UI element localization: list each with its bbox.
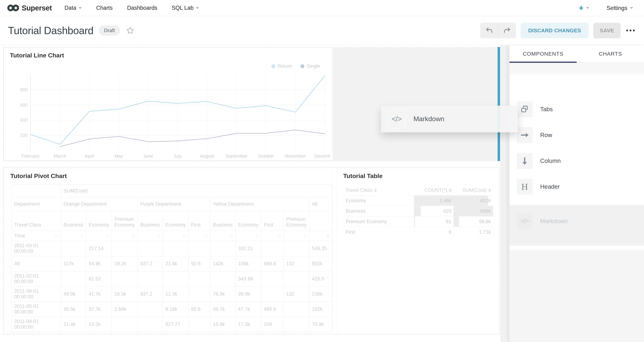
settings-menu[interactable]: Settings (606, 5, 633, 12)
drag-item-label: Markdown (414, 115, 444, 123)
grid-outer-dashed-border (506, 47, 507, 334)
nav-item-charts[interactable]: Charts (96, 5, 113, 11)
active-tab-underline (510, 62, 577, 63)
nav-item-data[interactable]: Data (64, 5, 82, 11)
chart-title: Tutorial Table (343, 172, 382, 180)
tabs-icon (520, 105, 529, 114)
superset-dashboard-editor: Superset DataChartsDashboardsSQL Lab + S… (0, 0, 644, 342)
pivot-cell: 92.6 (188, 256, 210, 271)
favorite-star-icon[interactable] (126, 26, 134, 35)
dragged-markdown-card[interactable]: </> Markdown (381, 106, 518, 132)
nav-item-sql-lab[interactable]: SQL Lab (172, 5, 199, 11)
line-chart-card[interactable]: Tutorial Line Chart ReturnSingle 2004006… (4, 48, 332, 160)
page-title[interactable]: Tutorial Dashboard (8, 24, 94, 36)
component-icon-tile (517, 101, 532, 117)
sort-icon[interactable]: ↓↑ (255, 233, 258, 238)
undo-button[interactable] (480, 23, 498, 38)
sort-icon[interactable]: ↓↑ (131, 233, 135, 238)
tab-charts[interactable]: CHARTS (577, 45, 644, 62)
pivot-chart-card[interactable]: Tutorial Pivot Chart SUM(Cost)Department… (4, 168, 332, 333)
column-header-sum-cost-[interactable]: SUM(Cost) (454, 185, 493, 196)
svg-text:600: 600 (20, 102, 28, 108)
svg-text:August: August (200, 154, 214, 158)
sort-icon[interactable]: ↓↑ (229, 233, 233, 238)
column-header-label: SUM(Cost) (462, 188, 487, 193)
pivot-cell: Economy (163, 211, 188, 231)
svg-text:September: September (226, 154, 248, 158)
pivot-cell: Time↓↑ (12, 231, 61, 241)
sidebar-item-label: Header (540, 183, 560, 190)
settings-label: Settings (606, 5, 628, 12)
redo-button[interactable] (498, 23, 516, 38)
nav-item-label: Charts (96, 5, 113, 11)
pivot-cell: 92.6 (188, 302, 210, 317)
table-chart-grid: Travel ClassCOUNT(*)SUM(Cost)Economy2.46… (344, 185, 493, 237)
pivot-cell (210, 241, 236, 256)
sidebar-item-tabs[interactable]: Tabs (517, 101, 553, 117)
pivot-cell (261, 271, 284, 286)
sidebar-item-row[interactable]: Row (517, 127, 552, 143)
column-header-travel-class[interactable]: Travel Class (344, 185, 414, 196)
column-header-count-[interactable]: COUNT(*) (414, 185, 454, 196)
sidebar-item-header[interactable]: HHeader (517, 179, 560, 195)
grid-right-gutter (500, 45, 510, 342)
pivot-cell (12, 184, 61, 197)
discard-changes-button[interactable]: DISCARD CHANGES (521, 23, 589, 38)
legend-item-single[interactable]: Single (300, 64, 320, 69)
pivot-cell: 15.9k (210, 317, 236, 332)
legend-dot-icon (300, 64, 304, 68)
pivot-cell (261, 241, 284, 256)
header-actions: DISCARD CHANGES SAVE ••• (480, 23, 636, 38)
pivot-cell (284, 302, 309, 317)
pivot-cell (112, 317, 138, 332)
pivot-cell: 425.5 (309, 271, 332, 286)
more-options-button[interactable]: ••• (626, 27, 636, 34)
tab-components[interactable]: COMPONENTS (510, 45, 577, 62)
svg-text:November: November (285, 154, 306, 158)
add-new-button[interactable]: + (579, 4, 590, 12)
markdown-icon: </> (520, 218, 529, 225)
sort-icon[interactable]: ↓↑ (55, 233, 58, 238)
sort-icon[interactable]: ↓↑ (326, 233, 330, 238)
pivot-cell (309, 211, 332, 231)
pivot-cell: ↓↑ (86, 231, 112, 241)
cell-sum: 99.8k (454, 216, 493, 227)
pivot-cell: 19.2k (112, 256, 138, 271)
svg-text:July: July (174, 154, 182, 158)
sort-icon[interactable]: ↓↑ (277, 233, 281, 238)
column-icon (521, 156, 528, 166)
row-empty-drop-area (332, 48, 498, 160)
pivot-table: SUM(Cost)DepartmentOrange DepartmentPurp… (11, 184, 332, 332)
sidebar-item-column[interactable]: Column (517, 153, 561, 169)
svg-text:May: May (114, 154, 123, 158)
pivot-cell: 81.52 (86, 271, 112, 286)
sort-icon[interactable]: ↓↑ (106, 233, 109, 238)
nav-item-label: Dashboards (127, 5, 157, 11)
sort-icon[interactable]: ↓↑ (156, 233, 160, 238)
pivot-cell: 502k (309, 256, 332, 271)
legend-label: Return (278, 64, 292, 69)
sort-icon[interactable]: ↓↑ (303, 233, 306, 238)
nav-item-dashboards[interactable]: Dashboards (127, 5, 157, 11)
plus-icon: + (579, 4, 584, 12)
brand-name: Superset (22, 4, 52, 12)
pivot-cell: 21.4k (163, 256, 188, 271)
legend-item-return[interactable]: Return (271, 64, 292, 69)
column-header-label: Travel Class (346, 188, 372, 193)
sort-icon[interactable]: ↓↑ (204, 233, 208, 238)
pivot-cell: Economy (236, 211, 261, 231)
pivot-cell: ↓↑ (163, 231, 188, 241)
sort-icon[interactable]: ↓↑ (80, 233, 83, 238)
pivot-cell (210, 271, 236, 286)
table-chart-card[interactable]: Tutorial Table Travel ClassCOUNT(*)SUM(C… (337, 168, 499, 333)
sort-icon[interactable]: ↓↑ (182, 233, 186, 238)
pivot-cell (188, 286, 210, 302)
component-icon-tile (517, 127, 532, 143)
pivot-cell: 12.3k (163, 286, 188, 302)
sidebar-item-markdown[interactable]: </>Markdown (517, 213, 568, 229)
save-button[interactable]: SAVE (593, 23, 620, 38)
cell-sum: 1.71k (454, 227, 493, 237)
svg-text:June: June (143, 154, 153, 158)
superset-logo[interactable]: Superset (7, 4, 52, 12)
component-list: TabsRowColumnHHeader</>MarkdownDivider (510, 74, 644, 261)
